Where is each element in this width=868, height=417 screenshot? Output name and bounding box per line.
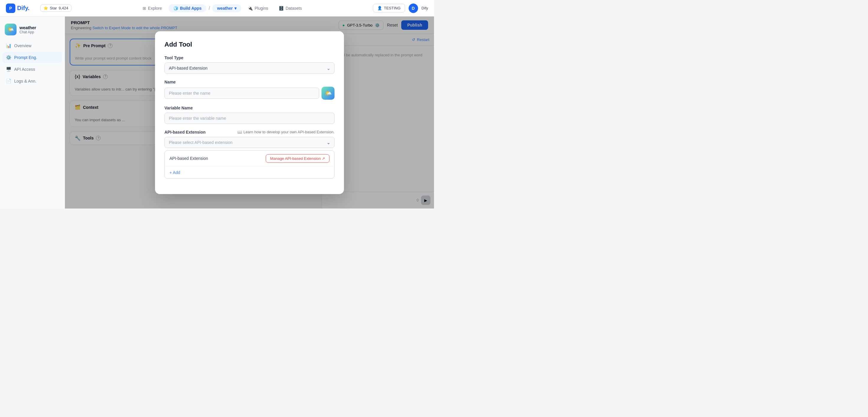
- sidebar-item-logs[interactable]: 📄 Logs & Ann.: [2, 75, 62, 87]
- extension-add-button[interactable]: + Add: [169, 170, 330, 175]
- tool-type-select-wrapper: API-based Extension: [164, 63, 335, 74]
- variable-name-label: Variable Name: [164, 106, 335, 110]
- sidebar-item-label: Logs & Ann.: [14, 79, 37, 83]
- nav-right: 👤 TESTING D Dify: [373, 4, 428, 13]
- user-name[interactable]: Dify: [422, 6, 428, 10]
- app-info: weather Chat App: [20, 25, 36, 34]
- sidebar-item-label: API Access: [14, 67, 35, 72]
- overview-icon: 📊: [6, 43, 11, 48]
- name-input[interactable]: [164, 88, 319, 99]
- api-extension-group: API-based Extension 📖 Learn how to devel…: [164, 130, 335, 179]
- name-icon: 🌤️: [321, 87, 335, 100]
- name-row: 🌤️: [164, 87, 335, 100]
- tool-type-label: Tool Type: [164, 56, 335, 60]
- explore-icon: ⊞: [143, 6, 146, 11]
- plugins-icon: 🔌: [248, 6, 253, 11]
- api-extension-select-wrapper: Please select API-based extension ⌄: [164, 137, 335, 148]
- chevron-down-icon: ▾: [235, 6, 237, 11]
- top-navigation: P Dify. ⭐ Star 9,424 ⊞ Explore 🧊 Build A…: [0, 0, 434, 16]
- modal-title: Add Tool: [164, 41, 335, 48]
- nav-center: ⊞ Explore 🧊 Build Apps / weather ▾ 🔌 Plu…: [76, 4, 368, 12]
- name-label: Name: [164, 80, 335, 84]
- tool-type-group: Tool Type API-based Extension: [164, 56, 335, 74]
- extension-box-header: API-based Extension Manage API-based Ext…: [165, 151, 334, 166]
- extension-header: API-based Extension 📖 Learn how to devel…: [164, 130, 335, 135]
- testing-button[interactable]: 👤 TESTING: [373, 4, 405, 12]
- sidebar-item-label: Prompt Eng.: [14, 55, 37, 60]
- datasets-icon: 🗄️: [279, 6, 284, 11]
- variable-name-group: Variable Name: [164, 106, 335, 124]
- sidebar-item-overview[interactable]: 📊 Overview: [2, 40, 62, 51]
- user-icon: 👤: [377, 6, 382, 10]
- logo[interactable]: P Dify.: [6, 4, 30, 13]
- app-header: 🌤️ weather Chat App: [0, 21, 65, 40]
- sidebar-item-label: Overview: [14, 43, 31, 48]
- content-area: PROMPT Engineering Switch to Expert Mode…: [65, 16, 434, 209]
- star-badge[interactable]: ⭐ Star 9,424: [40, 4, 71, 12]
- book-icon: 📖: [237, 130, 242, 134]
- nav-weather[interactable]: weather ▾: [212, 4, 241, 12]
- sidebar-item-api-access[interactable]: 🖥️ API Access: [2, 64, 62, 75]
- api-extension-dropdown[interactable]: Please select API-based extension ⌄: [164, 137, 335, 148]
- tool-type-select[interactable]: API-based Extension: [164, 63, 335, 74]
- github-icon: ⭐: [43, 6, 48, 10]
- user-avatar[interactable]: D: [409, 4, 418, 13]
- sidebar-navigation: 📊 Overview ⚙️ Prompt Eng. 🖥️ API Access …: [0, 40, 65, 87]
- variable-name-input[interactable]: [164, 113, 335, 124]
- logs-icon: 📄: [6, 78, 11, 84]
- logo-icon: P: [6, 4, 16, 13]
- extension-label: API-based Extension: [164, 130, 206, 135]
- extension-box: API-based Extension Manage API-based Ext…: [164, 150, 335, 179]
- app-name: weather: [20, 25, 36, 30]
- nav-separator: /: [209, 6, 210, 11]
- testing-label: TESTING: [384, 6, 400, 10]
- nav-plugins[interactable]: 🔌 Plugins: [244, 4, 272, 12]
- sidebar-item-prompt-eng[interactable]: ⚙️ Prompt Eng.: [2, 52, 62, 63]
- modal-overlay[interactable]: Add Tool Tool Type API-based Extension N…: [65, 16, 434, 209]
- name-group: Name 🌤️: [164, 80, 335, 100]
- app-icon: 🌤️: [5, 24, 17, 35]
- sidebar: 🌤️ weather Chat App 📊 Overview ⚙️ Prompt…: [0, 16, 65, 209]
- logo-text: Dify.: [17, 5, 30, 11]
- main-layout: 🌤️ weather Chat App 📊 Overview ⚙️ Prompt…: [0, 16, 434, 209]
- nav-explore[interactable]: ⊞ Explore: [138, 4, 166, 12]
- add-tool-modal: Add Tool Tool Type API-based Extension N…: [155, 31, 344, 194]
- nav-datasets[interactable]: 🗄️ Datasets: [275, 4, 306, 12]
- prompt-eng-icon: ⚙️: [6, 55, 11, 60]
- nav-build-apps[interactable]: 🧊 Build Apps: [168, 4, 206, 12]
- api-access-icon: 🖥️: [6, 67, 11, 72]
- star-count: 9,424: [59, 6, 68, 10]
- extension-box-footer: + Add: [165, 166, 334, 178]
- manage-api-button[interactable]: Manage API-based Extension ↗: [266, 154, 330, 163]
- dropdown-chevron-icon: ⌄: [327, 140, 330, 145]
- extension-box-label: API-based Extension: [169, 156, 208, 161]
- learn-link[interactable]: 📖 Learn how to develop your own API-base…: [237, 130, 335, 134]
- build-icon: 🧊: [173, 6, 178, 11]
- star-label: Star: [50, 6, 57, 10]
- app-type: Chat App: [20, 30, 36, 34]
